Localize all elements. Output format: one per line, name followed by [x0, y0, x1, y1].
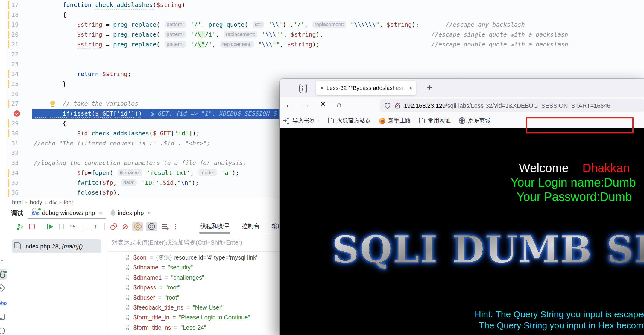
code-line[interactable]: 20 $string = preg_replace( pattern: '/\'… — [0, 30, 644, 40]
variable-row[interactable]: 1001$dbname="security" — [125, 263, 193, 272]
variable-row[interactable]: 1001$dbpass="root" — [125, 283, 180, 292]
bookmark-item[interactable]: 导入书签... — [283, 117, 320, 125]
bookmark-label: 京东商城 — [468, 117, 491, 125]
code-text: } — [34, 79, 66, 89]
equals-sign: = — [149, 254, 153, 261]
debug-tab-debug-windows-php[interactable]: phpdebug windows php× — [28, 207, 107, 219]
variable-row[interactable]: 1001$host="localhost" — [125, 333, 186, 335]
breadcrumb-item[interactable]: font — [63, 199, 73, 206]
add-watch-button[interactable] — [160, 222, 168, 231]
step-into-button[interactable]: ↓ — [80, 222, 88, 231]
close-icon[interactable]: × — [99, 210, 102, 216]
frames-panel: index.php:28, {main}() — [7, 234, 107, 335]
debug-tab-label: debug windows php — [42, 210, 95, 216]
login-name-text: Your Login name:Dumb — [511, 176, 636, 189]
bookmark-item[interactable]: 新手上路 — [379, 117, 411, 125]
php-icon: php — [32, 211, 40, 216]
debug-toolwindow-button[interactable] — [0, 269, 7, 280]
services-icon[interactable] — [0, 284, 5, 292]
code-line[interactable]: 18 { — [0, 10, 644, 20]
url-text: 192.168.23.129/sqli-labs/Less-32/?id=1&X… — [404, 102, 610, 109]
bookmark-item[interactable]: 火狐官方站点 — [328, 117, 371, 125]
php-console-icon — [133, 222, 142, 231]
sqli-banner: SQLI DUMB SERIES — [332, 229, 644, 270]
frame-function: {main}() — [62, 243, 83, 250]
code-text: { — [34, 119, 66, 128]
firefox-view-icon[interactable] — [299, 84, 307, 93]
view-tab-线程和变量[interactable]: 线程和变量 — [199, 219, 230, 234]
close-icon[interactable]: × — [148, 210, 151, 216]
commit-arrow-icon[interactable]: ↑ — [0, 257, 4, 266]
rerun-button[interactable]: ↻ — [16, 222, 25, 231]
code-line[interactable]: 19 $string = preg_replace( pattern: '/'.… — [0, 20, 644, 30]
bookmark-item[interactable]: 京东商城 — [459, 117, 491, 125]
pause-button[interactable] — [57, 222, 66, 231]
stop-button[interactable] — [28, 222, 36, 231]
equals-sign: = — [174, 324, 178, 331]
trailing-comment: //escape any backslash — [446, 20, 525, 30]
step-over-button[interactable]: ↷ — [69, 222, 77, 231]
variable-name: $feedback_title_ns — [133, 304, 183, 311]
terminal-icon[interactable] — [0, 314, 5, 320]
equals-sign: = — [159, 284, 163, 291]
variable-name: $dbuser — [133, 294, 155, 301]
php-icon[interactable]: php — [0, 301, 7, 306]
back-button[interactable]: ← — [284, 100, 294, 109]
stop-button[interactable]: ✕ — [318, 100, 328, 108]
forward-button[interactable]: → — [301, 100, 311, 109]
variable-row[interactable]: 1001$dbuser="root" — [125, 293, 179, 303]
variable-row[interactable]: 1001$form_title_in="Please Login to Cont… — [125, 313, 250, 322]
code-text: //echo "The filtered request is :" .$id … — [34, 138, 210, 148]
debug-view-tabs: 线程和变量控制台输出 — [199, 219, 284, 234]
variable-row[interactable]: 1001$con={资源} resource id='4' type='mysq… — [125, 253, 257, 263]
variable-row[interactable]: 1001$feedback_title_ns="New User" — [125, 303, 223, 313]
folder-icon — [419, 118, 425, 124]
bookmark-label: 新手上路 — [388, 117, 411, 125]
breakpoint-icon[interactable] — [14, 110, 20, 117]
variable-row[interactable]: 1001$form_title_ns="Less-24" — [125, 323, 206, 333]
browser-tab[interactable]: Less-32 **Bypass addslashes( × — [316, 81, 416, 95]
code-text: if(isset($_GET['id'])) — [34, 109, 142, 119]
view-tab-控制台[interactable]: 控制台 — [241, 219, 260, 234]
add-watch-icon — [162, 224, 167, 229]
code-text: function check_addslashes($string) — [34, 0, 185, 10]
breadcrumb-item[interactable]: html — [12, 199, 23, 206]
buttons-button[interactable] — [146, 222, 157, 231]
code-line[interactable]: 21 $string = preg_replace( pattern: '/\"… — [0, 40, 644, 49]
debug-tab-index-php[interactable]: index.php× — [107, 207, 155, 219]
breakpoints-button[interactable] — [110, 222, 118, 231]
code-text: $string = preg_replace( pattern: '/\'/i'… — [34, 30, 323, 40]
new-tab-button[interactable]: + — [427, 82, 432, 93]
mute-breakpoints-button[interactable] — [121, 222, 129, 231]
resume-button[interactable] — [46, 222, 54, 231]
code-line[interactable]: 23 — [0, 59, 644, 69]
pause-icon — [59, 224, 64, 229]
bookmark-item[interactable]: 常用网址 — [419, 117, 451, 125]
problems-icon[interactable] — [0, 328, 5, 334]
variable-type-icon: 1001 — [125, 275, 130, 280]
bookmark-label: 火狐官方站点 — [337, 117, 371, 125]
php-console-button[interactable] — [132, 222, 143, 231]
code-line[interactable]: 24 return $string; — [0, 69, 644, 79]
variable-value: "New User" — [193, 304, 223, 311]
tab-close-icon[interactable]: × — [409, 85, 412, 91]
breadcrumb-item[interactable]: body — [30, 199, 42, 206]
welcome-text: Welcome — [519, 161, 569, 175]
debug-tab-label: index.php — [118, 210, 144, 216]
code-line[interactable]: 22 — [0, 49, 644, 59]
url-bar[interactable]: 192.168.23.129/sqli-labs/Less-32/?id=1&X… — [380, 99, 644, 112]
step-out-icon: ↑ — [93, 223, 98, 230]
more-button[interactable]: ⋮ — [171, 222, 180, 231]
stack-frame[interactable]: index.php:28, {main}() — [12, 239, 101, 253]
bookmarks-bar: 导入书签...火狐官方站点新手上路常用网址京东商城 — [280, 113, 644, 128]
code-line[interactable]: 17 function check_addslashes($string) — [0, 0, 644, 10]
home-button[interactable]: ⌂ — [334, 100, 344, 109]
step-out-button[interactable]: ↑ — [91, 222, 100, 231]
breadcrumb-separator: › — [59, 199, 61, 205]
mute-breakpoints-icon — [122, 224, 128, 230]
shield-icon[interactable] — [384, 102, 391, 109]
variable-row[interactable]: 1001$dbname1="challenges" — [125, 273, 204, 283]
welcome-username: Dhakkan — [582, 161, 630, 175]
breadcrumb-item[interactable]: div — [49, 199, 56, 206]
insecure-lock-icon[interactable] — [394, 102, 401, 109]
